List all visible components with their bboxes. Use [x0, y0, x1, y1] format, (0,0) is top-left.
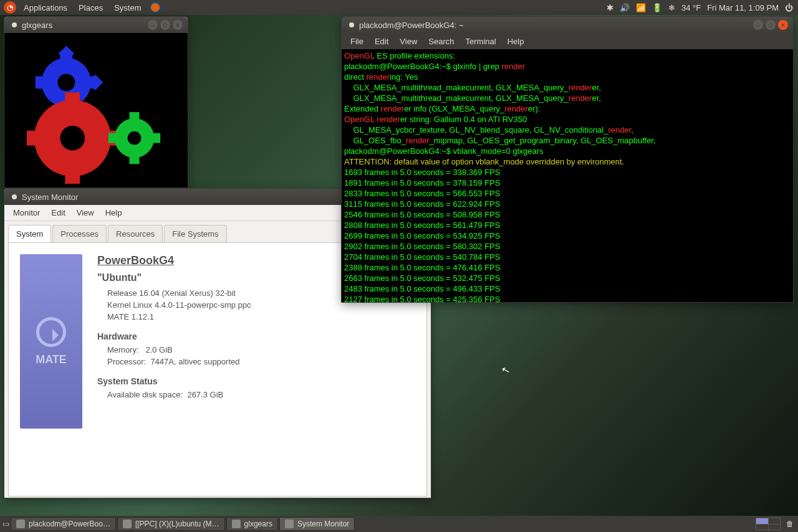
tab-resources[interactable]: Resources: [108, 225, 163, 242]
svg-rect-18: [130, 112, 140, 121]
hardware-heading: Hardware: [97, 331, 251, 341]
tab-filesystems[interactable]: File Systems: [164, 225, 226, 242]
hostname: PowerBookG4: [97, 254, 251, 267]
maximize-button[interactable]: □: [766, 20, 776, 30]
network-icon[interactable]: 📶: [636, 3, 646, 12]
menu-system[interactable]: System: [109, 3, 146, 12]
terminal-menubar: File Edit View Search Terminal Help: [342, 33, 793, 49]
window-title: plackodm@PowerBookG4: ~: [359, 21, 463, 30]
memory-label: Memory:: [107, 345, 139, 354]
task-glxgears[interactable]: glxgears: [226, 517, 278, 531]
svg-rect-16: [108, 133, 117, 143]
task-system-monitor[interactable]: System Monitor: [279, 517, 355, 531]
menu-file[interactable]: File: [345, 36, 368, 47]
app-icon: [232, 520, 241, 528]
glxgears-window: glxgears – □ ×: [4, 16, 188, 188]
release-line: Release 16.04 (Xenial Xerus) 32-bit: [107, 288, 251, 298]
weather-icon[interactable]: ❄: [668, 3, 675, 12]
task-label: plackodm@PowerBoo…: [29, 520, 110, 528]
svg-rect-10: [27, 131, 41, 146]
volume-icon[interactable]: 🔊: [620, 3, 630, 12]
close-button[interactable]: ×: [173, 20, 183, 30]
menu-edit[interactable]: Edit: [370, 36, 393, 47]
menu-places[interactable]: Places: [74, 3, 108, 12]
menu-monitor[interactable]: Monitor: [8, 207, 45, 219]
svg-point-9: [60, 126, 85, 151]
processor-value: 7447A, altivec supported: [150, 357, 239, 366]
svg-rect-19: [130, 155, 140, 164]
power-icon[interactable]: ⏻: [785, 3, 793, 12]
mate-label: MATE: [36, 353, 67, 366]
disk-label: Available disk space:: [107, 390, 183, 399]
minimize-button[interactable]: –: [753, 20, 763, 30]
menu-help[interactable]: Help: [502, 36, 529, 47]
task-browser[interactable]: [[PPC] (X)(L)ubuntu (M…: [117, 517, 225, 531]
mate-badge: MATE: [20, 254, 82, 429]
status-heading: System Status: [97, 376, 251, 386]
menu-search[interactable]: Search: [423, 36, 459, 47]
battery-icon[interactable]: 🔋: [652, 3, 662, 12]
monitor-icon: [285, 520, 294, 528]
memory-value: 2.0 GiB: [145, 345, 172, 354]
menu-help[interactable]: Help: [100, 207, 127, 219]
svg-rect-12: [65, 92, 80, 106]
de-line: MATE 1.12.1: [107, 312, 251, 321]
processor-label: Processor:: [107, 357, 146, 366]
minimize-button[interactable]: –: [148, 20, 158, 30]
terminal-titlebar[interactable]: plackodm@PowerBookG4: ~ – □ ×: [342, 17, 793, 33]
window-title: glxgears: [22, 21, 52, 30]
tab-system[interactable]: System: [8, 225, 51, 242]
menu-view[interactable]: View: [395, 36, 422, 47]
glxgears-canvas: [4, 33, 188, 188]
task-terminal[interactable]: plackodm@PowerBoo…: [11, 517, 116, 531]
menu-applications[interactable]: Applications: [19, 3, 72, 12]
terminal-window: plackodm@PowerBookG4: ~ – □ × File Edit …: [341, 16, 794, 303]
kernel-line: Kernel Linux 4.4.0-11-powerpc-smp ppc: [107, 300, 251, 310]
trash-icon[interactable]: 🗑: [784, 518, 796, 530]
menu-edit[interactable]: Edit: [46, 207, 70, 219]
svg-rect-17: [151, 133, 160, 143]
svg-point-15: [128, 131, 142, 145]
window-title: System Monitor: [22, 192, 78, 202]
window-icon: [12, 194, 17, 199]
bottom-panel: ▭ plackodm@PowerBoo… [[PPC] (X)(L)ubuntu…: [0, 516, 798, 532]
svg-point-1: [57, 74, 75, 91]
glxgears-titlebar[interactable]: glxgears – □ ×: [4, 17, 188, 33]
show-desktop-icon[interactable]: ▭: [2, 520, 9, 528]
close-button[interactable]: ×: [778, 20, 788, 30]
menu-terminal[interactable]: Terminal: [461, 36, 501, 47]
disk-value: 267.3 GiB: [187, 390, 223, 399]
terminal-icon: [16, 520, 25, 528]
bluetooth-icon[interactable]: ✱: [607, 3, 613, 12]
clock-label[interactable]: Fri Mar 11, 1:09 PM: [707, 3, 779, 12]
window-icon: [12, 22, 17, 27]
window-icon: [349, 22, 354, 27]
ubuntu-logo-icon[interactable]: ◔: [4, 1, 16, 14]
distro-name: "Ubuntu": [97, 272, 251, 283]
top-panel: ◔ Applications Places System ✱ 🔊 📶 🔋 ❄ 3…: [0, 0, 798, 15]
workspace-switcher[interactable]: [756, 518, 781, 530]
tab-processes[interactable]: Processes: [52, 225, 107, 242]
task-label: glxgears: [244, 520, 272, 528]
menu-view[interactable]: View: [72, 207, 99, 219]
temperature-label[interactable]: 34 °F: [681, 3, 701, 12]
firefox-icon[interactable]: [150, 2, 161, 13]
terminal-body[interactable]: OpenGL ES profile extensions: plackodm@P…: [342, 49, 793, 302]
svg-rect-13: [65, 170, 80, 184]
mouse-cursor: ↖: [500, 364, 511, 378]
maximize-button[interactable]: □: [160, 20, 170, 30]
task-label: System Monitor: [297, 520, 349, 528]
svg-rect-2: [36, 76, 47, 88]
task-label: [[PPC] (X)(L)ubuntu (M…: [135, 520, 219, 528]
mate-logo-icon: [36, 317, 66, 347]
browser-icon: [123, 520, 132, 528]
